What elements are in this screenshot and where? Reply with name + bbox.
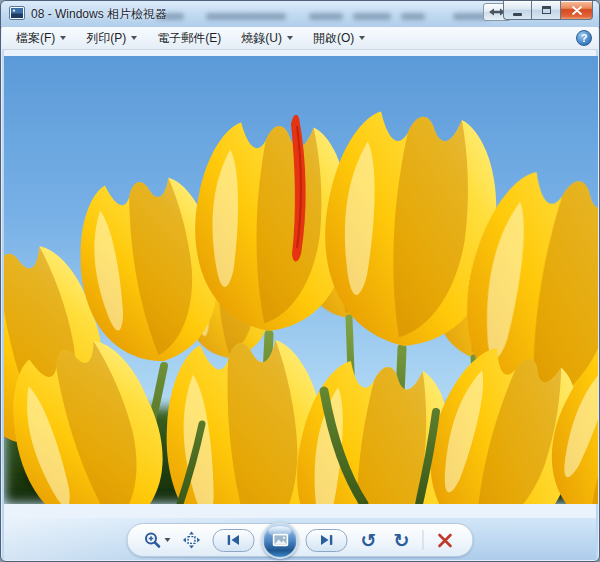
menubar: 檔案(F) 列印(P) 電子郵件(E) 燒錄(U) 開啟(O) ? xyxy=(2,27,598,50)
delete-icon xyxy=(437,533,452,548)
minimize-icon xyxy=(513,13,522,16)
maximize-button[interactable] xyxy=(532,1,561,20)
menu-burn[interactable]: 燒錄(U) xyxy=(233,27,301,50)
menu-file-label: 檔案(F) xyxy=(16,30,55,47)
screen: 08 - Windows 相片檢視器 xyxy=(0,0,600,562)
glass-smudge xyxy=(401,13,425,20)
rotate-ccw-icon: ↺ xyxy=(361,531,377,550)
window-title: 08 - Windows 相片檢視器 xyxy=(31,6,167,23)
magnifier-icon xyxy=(144,531,162,549)
menu-email[interactable]: 電子郵件(E) xyxy=(149,27,229,50)
titlebar[interactable]: 08 - Windows 相片檢視器 xyxy=(1,1,599,28)
toolbar-divider xyxy=(423,530,424,550)
actual-size-button[interactable] xyxy=(180,527,204,553)
help-icon: ? xyxy=(581,32,588,44)
tulips-photo: 黃色鬱金香花田與藍天（yellow tulips against a blue … xyxy=(4,56,598,504)
rotate-clockwise-button[interactable]: ↻ xyxy=(390,527,414,553)
next-button[interactable] xyxy=(306,529,348,552)
slideshow-icon xyxy=(272,533,289,547)
next-icon xyxy=(319,534,335,546)
rotate-counterclockwise-button[interactable]: ↺ xyxy=(357,527,381,553)
chevron-down-icon xyxy=(165,538,171,542)
photo-viewer-window: 08 - Windows 相片檢視器 xyxy=(0,0,600,562)
glass-smudge xyxy=(206,13,286,20)
delete-button[interactable] xyxy=(433,527,457,553)
menu-open-label: 開啟(O) xyxy=(313,30,354,47)
menu-print[interactable]: 列印(P) xyxy=(78,27,145,50)
photo-viewer-icon[interactable] xyxy=(9,6,25,20)
close-button[interactable] xyxy=(561,1,593,20)
chevron-down-icon xyxy=(60,36,66,40)
menu-open[interactable]: 開啟(O) xyxy=(305,27,373,50)
previous-button[interactable] xyxy=(213,529,255,552)
close-icon xyxy=(572,6,582,15)
menu-email-label: 電子郵件(E) xyxy=(157,30,221,47)
maximize-icon xyxy=(542,6,551,14)
menu-file[interactable]: 檔案(F) xyxy=(8,27,74,50)
photo-canvas: 黃色鬱金香花田與藍天（yellow tulips against a blue … xyxy=(4,50,596,518)
glass-smudge xyxy=(353,13,391,20)
chevron-down-icon xyxy=(131,36,137,40)
help-button[interactable]: ? xyxy=(576,30,592,46)
actual-size-icon xyxy=(183,531,201,549)
chevron-down-icon xyxy=(287,36,293,40)
chevron-down-icon xyxy=(359,36,365,40)
toolbar: ↺ ↻ xyxy=(127,523,474,557)
previous-icon xyxy=(226,534,242,546)
glass-smudge xyxy=(309,13,343,20)
minimize-button[interactable] xyxy=(503,1,532,20)
slideshow-button[interactable] xyxy=(262,522,299,559)
bottom-chrome: ↺ ↻ xyxy=(4,518,596,560)
rotate-cw-icon: ↻ xyxy=(394,531,410,550)
caption-buttons xyxy=(503,1,593,20)
menu-burn-label: 燒錄(U) xyxy=(241,30,282,47)
menu-print-label: 列印(P) xyxy=(86,30,126,47)
zoom-button[interactable] xyxy=(144,527,171,553)
